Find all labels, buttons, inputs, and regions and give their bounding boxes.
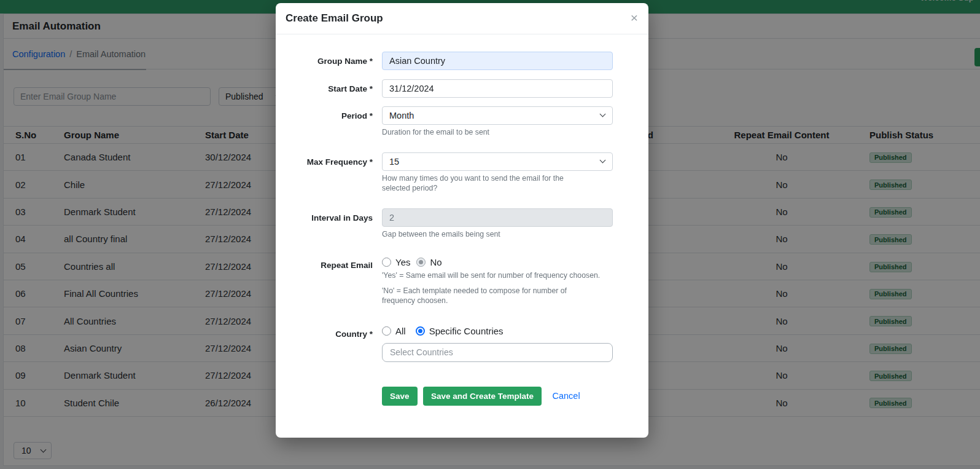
repeat-email-yes-radio[interactable] [382, 258, 391, 267]
interval-hint: Gap between the emails being sent [382, 230, 613, 240]
modal-title: Create Email Group [286, 12, 383, 25]
field-period: Period * Month Duration for the email to… [276, 106, 634, 138]
modal-actions: Save Save and Create Template Cancel [276, 387, 634, 406]
interval-input [382, 208, 613, 227]
max-frequency-value: 15 [389, 157, 399, 167]
field-max-frequency: Max Frequency * 15 How many times do you… [276, 152, 634, 194]
group-name-label: Group Name * [276, 52, 373, 70]
repeat-email-no-label: No [430, 257, 441, 267]
repeat-email-label: Repeat Email [276, 256, 373, 306]
actions-spacer [276, 393, 373, 398]
modal-body: Group Name * Start Date * Period * Month… [276, 34, 648, 406]
close-icon[interactable]: × [631, 11, 638, 24]
country-specific-label: Specific Countries [429, 326, 504, 336]
max-frequency-hint: How many times do you want to send the e… [382, 174, 594, 194]
interval-label: Interval in Days [276, 208, 373, 240]
repeat-email-no-radio[interactable] [416, 258, 426, 267]
field-country: Country * All Specific Countries [276, 325, 634, 362]
country-all-label: All [395, 326, 406, 336]
select-countries-input[interactable] [382, 343, 613, 362]
repeat-email-hint-no: 'No' = Each template needed to compose f… [382, 286, 581, 306]
period-label: Period * [276, 106, 373, 138]
max-frequency-label: Max Frequency * [276, 152, 373, 194]
repeat-email-yes-label: Yes [395, 257, 410, 267]
create-email-group-modal: Create Email Group × Group Name * Start … [276, 3, 648, 438]
repeat-email-hint-yes: 'Yes' = Same email will be sent for numb… [382, 271, 613, 281]
period-hint: Duration for the email to be sent [382, 128, 613, 138]
cancel-button[interactable]: Cancel [553, 391, 580, 401]
field-repeat-email: Repeat Email Yes No 'Yes' = Same email w… [276, 256, 634, 306]
modal-header: Create Email Group × [276, 3, 648, 34]
chevron-down-icon [600, 157, 606, 164]
group-name-input[interactable] [382, 52, 613, 70]
field-interval: Interval in Days Gap between the emails … [276, 208, 634, 240]
country-specific-radio[interactable] [416, 326, 425, 336]
period-select[interactable]: Month [382, 106, 613, 125]
max-frequency-select[interactable]: 15 [382, 152, 613, 171]
period-value: Month [389, 111, 414, 120]
start-date-input[interactable] [382, 79, 613, 98]
start-date-label: Start Date * [276, 79, 373, 98]
field-start-date: Start Date * [276, 79, 634, 98]
country-all-radio[interactable] [382, 326, 391, 336]
country-label: Country * [276, 325, 373, 362]
field-group-name: Group Name * [276, 52, 634, 70]
chevron-down-icon [600, 111, 606, 117]
save-and-create-template-button[interactable]: Save and Create Template [423, 387, 542, 406]
save-button[interactable]: Save [382, 387, 418, 406]
